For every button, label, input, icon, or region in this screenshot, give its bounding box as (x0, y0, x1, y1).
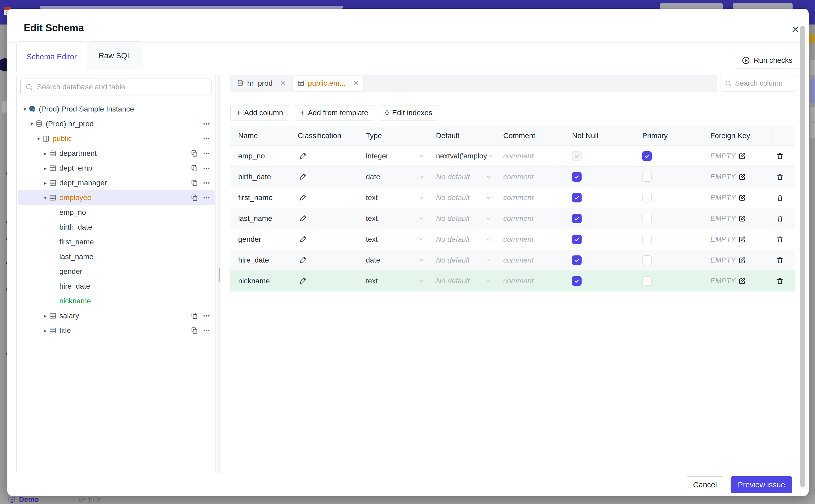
column-name[interactable]: first_name (230, 193, 290, 202)
edit-foreign-key-icon[interactable] (738, 277, 746, 285)
checkbox-checked[interactable] (572, 255, 582, 265)
tree-item-emp_no[interactable]: emp_no (18, 205, 215, 220)
type-select[interactable]: date (358, 256, 428, 264)
more-options-icon[interactable]: ⋯ (203, 329, 211, 332)
checkbox-unchecked[interactable] (642, 235, 652, 244)
database-search-input[interactable]: Search database and table (20, 79, 212, 95)
add-column-button[interactable]: +Add column (230, 105, 289, 120)
tab-schema-editor[interactable]: Schema Editor (16, 41, 87, 72)
tree-item-birth_date[interactable]: birth_date (18, 220, 215, 235)
edit-indexes-button[interactable]: ◊Edit indexes (379, 105, 439, 120)
delete-column-icon[interactable] (776, 235, 795, 243)
checkbox-unchecked[interactable] (642, 193, 652, 202)
tree-item-gender[interactable]: gender (18, 264, 215, 279)
more-options-icon[interactable]: ⋯ (203, 123, 211, 125)
copy-icon[interactable] (191, 150, 198, 157)
copy-icon[interactable] (191, 312, 198, 319)
classification-pencil-icon[interactable] (298, 152, 307, 159)
chevron-right-icon[interactable]: ▸ (42, 328, 49, 334)
classification-pencil-icon[interactable] (298, 235, 307, 243)
checkbox-checked[interactable] (572, 276, 582, 286)
copy-icon[interactable] (191, 327, 198, 334)
type-select[interactable]: text (358, 214, 428, 223)
delete-column-icon[interactable] (776, 277, 795, 285)
tree-item-last_name[interactable]: last_name (18, 249, 215, 264)
delete-column-icon[interactable] (776, 173, 795, 181)
classification-pencil-icon[interactable] (298, 256, 307, 264)
default-select[interactable]: No default (428, 193, 495, 202)
edit-foreign-key-icon[interactable] (738, 215, 746, 222)
default-select[interactable]: No default (428, 256, 495, 264)
default-select[interactable]: No default (428, 235, 495, 244)
type-select[interactable]: text (358, 193, 428, 202)
tree-item-department[interactable]: ▸department⋯ (18, 146, 215, 161)
tree-item-title[interactable]: ▸title⋯ (18, 323, 215, 338)
default-select[interactable]: No default (428, 173, 495, 181)
column-name[interactable]: last_name (230, 214, 290, 223)
tree-item-public[interactable]: ▾public⋯ (18, 131, 215, 146)
checkbox-checked[interactable] (572, 214, 582, 223)
checkbox-unchecked[interactable] (642, 172, 652, 182)
checkbox-checked[interactable] (572, 193, 582, 202)
comment-input[interactable]: comment (503, 235, 534, 243)
tree-item--prod-hr_prod[interactable]: ▾(Prod) hr_prod⋯ (18, 117, 215, 131)
tree-item-dept_manager[interactable]: ▸dept_manager⋯ (18, 176, 215, 190)
checkbox-checked[interactable] (572, 172, 582, 182)
more-options-icon[interactable]: ⋯ (203, 182, 211, 184)
column-search-input[interactable]: Search column (721, 75, 796, 91)
comment-input[interactable]: comment (503, 193, 534, 202)
default-select[interactable]: nextval('employ (428, 152, 495, 160)
tree-item--prod-prod-sample-instance[interactable]: ▾(Prod) Prod Sample Instance (18, 102, 215, 117)
add-from-template-button[interactable]: +Add from template (294, 105, 374, 120)
chevron-down-icon[interactable]: ▾ (42, 195, 49, 201)
delete-column-icon[interactable] (776, 152, 795, 160)
column-name[interactable]: emp_no (230, 152, 290, 160)
run-checks-button[interactable]: Run checks (735, 52, 799, 69)
more-options-icon[interactable]: ⋯ (203, 196, 211, 199)
chevron-down-icon[interactable]: ▾ (28, 121, 35, 127)
type-select[interactable]: text (358, 277, 428, 285)
delete-column-icon[interactable] (776, 194, 795, 202)
chevron-right-icon[interactable]: ▸ (42, 180, 49, 186)
type-select[interactable]: date (358, 173, 428, 181)
cancel-button[interactable]: Cancel (686, 476, 724, 493)
type-select[interactable]: text (358, 235, 428, 244)
comment-input[interactable]: comment (503, 256, 534, 264)
modal-scrollbar[interactable] (800, 26, 806, 488)
comment-input[interactable]: comment (503, 152, 534, 160)
tree-item-nickname[interactable]: nickname (18, 294, 215, 308)
panel-splitter[interactable] (217, 75, 220, 473)
more-options-icon[interactable]: ⋯ (203, 152, 211, 155)
column-name[interactable]: nickname (230, 277, 290, 285)
classification-pencil-icon[interactable] (298, 214, 307, 222)
copy-icon[interactable] (191, 179, 198, 187)
scrollbar-thumb[interactable] (800, 26, 805, 487)
classification-pencil-icon[interactable] (298, 277, 307, 284)
tree-item-hire_date[interactable]: hire_date (18, 279, 215, 294)
tree-item-salary[interactable]: ▸salary⋯ (18, 308, 215, 323)
default-select[interactable]: No default (428, 214, 495, 223)
column-name[interactable]: gender (230, 235, 290, 244)
editor-tab-public-em-[interactable]: public.em...✕ (292, 76, 363, 91)
edit-foreign-key-icon[interactable] (738, 152, 746, 160)
comment-input[interactable]: comment (503, 277, 534, 285)
edit-foreign-key-icon[interactable] (738, 256, 746, 264)
close-tab-icon[interactable]: ✕ (353, 79, 359, 88)
more-options-icon[interactable]: ⋯ (203, 314, 211, 317)
comment-input[interactable]: comment (503, 173, 534, 181)
delete-column-icon[interactable] (776, 215, 795, 222)
column-name[interactable]: hire_date (230, 256, 290, 264)
chevron-right-icon[interactable]: ▸ (42, 165, 49, 171)
chevron-down-icon[interactable]: ▾ (35, 136, 42, 142)
delete-column-icon[interactable] (776, 256, 795, 264)
chevron-right-icon[interactable]: ▸ (42, 151, 49, 157)
copy-icon[interactable] (191, 164, 198, 172)
close-tab-icon[interactable]: ✕ (280, 79, 286, 88)
preview-issue-button[interactable]: Preview issue (731, 476, 792, 493)
checkbox-unchecked[interactable] (642, 276, 652, 286)
tree-item-dept_emp[interactable]: ▸dept_emp⋯ (18, 161, 215, 176)
default-select[interactable]: No default (428, 277, 495, 285)
more-options-icon[interactable]: ⋯ (203, 167, 211, 169)
type-select[interactable]: integer (358, 152, 428, 160)
tree-item-first_name[interactable]: first_name (18, 235, 215, 249)
